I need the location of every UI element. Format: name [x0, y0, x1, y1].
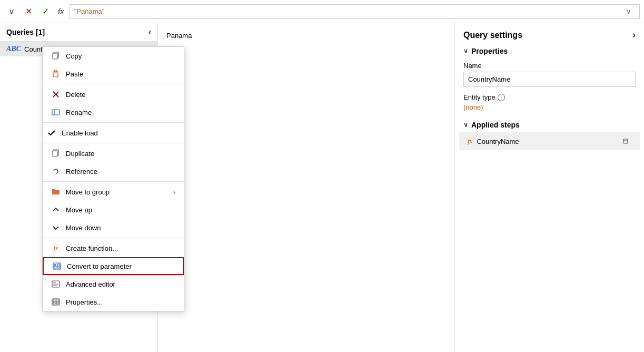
right-panel-header: Query settings › — [455, 23, 644, 45]
menu-item-enable-load[interactable]: Enable load — [43, 124, 184, 142]
formula-bar: ∨ ✕ ✓ fx "Panama" ∨ — [0, 0, 644, 23]
content-area: Panama — [158, 23, 454, 352]
svg-rect-11 — [54, 264, 56, 266]
svg-rect-14 — [57, 267, 60, 268]
entity-type-info-icon[interactable]: i — [498, 94, 505, 101]
convert-to-param-icon — [52, 261, 62, 271]
move-up-icon — [51, 205, 61, 214]
properties-label: Properties... — [66, 298, 103, 306]
menu-item-convert-to-parameter[interactable]: Convert to parameter — [43, 257, 184, 275]
applied-steps-chevron: ∨ — [463, 121, 468, 129]
svg-rect-21 — [56, 300, 58, 302]
cancel-btn[interactable]: ✕ — [21, 4, 36, 19]
entity-type-value: (none) — [463, 102, 636, 112]
create-function-label: Create function... — [66, 245, 118, 252]
menu-item-properties[interactable]: Properties... — [43, 293, 184, 311]
step-actions — [620, 135, 631, 147]
menu-item-rename[interactable]: Rename — [43, 103, 184, 121]
delete-label: Delete — [66, 91, 86, 99]
svg-rect-9 — [53, 151, 57, 157]
formula-value: "Panama" — [74, 7, 105, 15]
formula-dropdown-btn[interactable]: ∨ — [622, 5, 635, 18]
submenu-arrow: › — [173, 188, 175, 196]
menu-item-move-up[interactable]: Move up — [43, 201, 184, 219]
step-gear-btn[interactable] — [620, 135, 631, 147]
menu-item-move-down[interactable]: Move down — [43, 219, 184, 237]
right-panel: Query settings › ∨ Properties Name Entit… — [454, 23, 644, 352]
convert-to-parameter-label: Convert to parameter — [67, 262, 132, 270]
svg-rect-23 — [56, 302, 58, 304]
separator-4 — [43, 181, 184, 182]
name-property-label: Name — [463, 62, 636, 70]
main-area: Queries [1] ‹ ABC CountryName Copy Paste — [0, 23, 644, 352]
separator-3 — [43, 143, 184, 143]
separator-5 — [43, 238, 184, 238]
sidebar-title: Queries [1] — [6, 28, 45, 36]
sidebar-header: Queries [1] ‹ — [0, 23, 157, 42]
svg-rect-1 — [53, 53, 57, 59]
enable-load-label: Enable load — [62, 129, 98, 137]
rename-label: Rename — [66, 109, 92, 116]
cell-value: Panama — [166, 32, 446, 40]
copy-icon — [51, 51, 61, 61]
advanced-editor-label: Advanced editor — [66, 280, 115, 288]
reference-label: Reference — [66, 168, 97, 175]
reference-icon — [51, 167, 61, 176]
rename-icon — [51, 107, 61, 117]
right-panel-expand-btn[interactable]: › — [632, 30, 636, 41]
step-name: CountryName — [477, 138, 519, 145]
properties-section-label: Properties — [471, 47, 508, 55]
advanced-editor-icon — [51, 279, 61, 289]
move-down-label: Move down — [66, 224, 101, 232]
sidebar: Queries [1] ‹ ABC CountryName Copy Paste — [0, 23, 158, 352]
menu-item-paste[interactable]: Paste — [43, 65, 184, 83]
svg-rect-13 — [54, 267, 56, 268]
menu-item-reference[interactable]: Reference — [43, 162, 184, 180]
menu-item-create-function[interactable]: fx Create function... — [43, 239, 184, 257]
menu-item-duplicate[interactable]: Duplicate — [43, 144, 184, 162]
applied-steps-header: ∨ Applied steps — [455, 116, 644, 131]
paste-label: Paste — [66, 70, 83, 78]
delete-icon — [51, 90, 61, 99]
formula-input[interactable]: "Panama" ∨ — [70, 4, 640, 19]
duplicate-icon — [51, 149, 61, 158]
menu-item-advanced-editor[interactable]: Advanced editor — [43, 275, 184, 293]
entity-type-row: Entity type i (none) — [455, 89, 644, 116]
properties-section-header: ∨ Properties — [455, 45, 644, 60]
query-type-icon: ABC — [6, 45, 21, 53]
duplicate-label: Duplicate — [66, 150, 94, 158]
svg-rect-6 — [52, 110, 60, 115]
paste-icon — [51, 69, 61, 79]
svg-rect-12 — [57, 264, 60, 266]
collapse-btn[interactable]: ∨ — [4, 4, 19, 19]
name-property-input[interactable] — [463, 72, 636, 87]
check-icon — [47, 128, 56, 138]
fx-icon: fx — [55, 7, 67, 16]
entity-type-label: Entity type — [463, 93, 496, 101]
move-down-icon — [51, 223, 61, 232]
name-property-row: Name — [455, 60, 644, 89]
properties-chevron: ∨ — [463, 47, 468, 55]
confirm-btn[interactable]: ✓ — [38, 4, 53, 19]
sidebar-collapse-btn[interactable]: ‹ — [148, 27, 151, 37]
create-function-icon: fx — [51, 243, 61, 253]
step-row-countryname[interactable]: fx CountryName — [459, 132, 640, 150]
svg-rect-22 — [53, 302, 55, 304]
step-fx-icon: fx — [468, 137, 472, 145]
svg-rect-20 — [53, 300, 55, 302]
move-to-group-label: Move to group — [66, 188, 110, 196]
properties-icon — [51, 297, 61, 307]
move-up-label: Move up — [66, 206, 92, 214]
svg-rect-24 — [623, 139, 628, 143]
copy-label: Copy — [66, 52, 82, 60]
entity-type-label-row: Entity type i — [463, 93, 636, 101]
folder-icon — [51, 187, 61, 197]
menu-item-copy[interactable]: Copy — [43, 47, 184, 65]
menu-item-delete[interactable]: Delete — [43, 85, 184, 103]
separator-2 — [43, 122, 184, 123]
context-menu: Copy Paste Delete Rename — [42, 46, 184, 311]
menu-item-move-to-group[interactable]: Move to group › — [43, 183, 184, 201]
right-panel-title: Query settings — [463, 31, 522, 40]
separator-1 — [43, 84, 184, 84]
applied-steps-label: Applied steps — [471, 121, 520, 129]
